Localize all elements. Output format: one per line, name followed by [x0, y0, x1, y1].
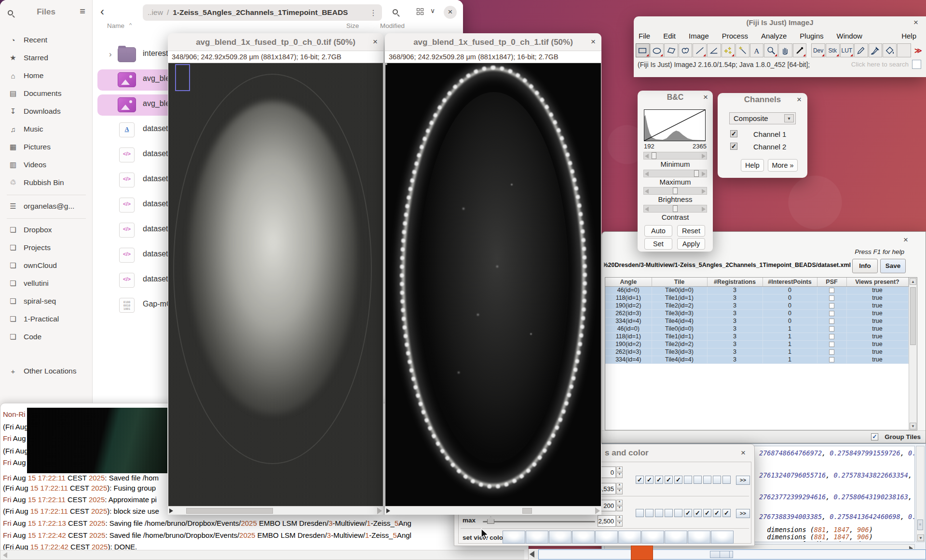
angle-tool[interactable] [707, 43, 721, 57]
info-button[interactable]: Info [852, 259, 878, 273]
spinner-value[interactable]: 2,500 [598, 515, 616, 527]
cell-psf[interactable] [817, 356, 846, 363]
table-row[interactable]: 334(id=4)Tile4(id=4)31true [605, 356, 908, 363]
cell-registrations[interactable]: 3 [707, 309, 763, 317]
cell-angle[interactable]: 46(id=0) [605, 286, 652, 294]
scrollbar-thumb[interactable] [522, 508, 532, 514]
min2-spinner[interactable]: 200 ▲▼ [599, 500, 623, 511]
cell-interestpoints[interactable]: 0 [763, 302, 817, 309]
cell-angle[interactable]: 334(id=4) [605, 317, 652, 325]
cell-interestpoints[interactable]: 1 [763, 340, 817, 348]
menu-plugins[interactable]: Plugins [800, 32, 823, 40]
brightness-slider[interactable] [643, 187, 707, 195]
sidebar-item-code[interactable]: ❏Code [4, 329, 89, 345]
cell-tile[interactable]: Tile0(id=0) [652, 286, 707, 294]
cell-registrations[interactable]: 3 [707, 340, 763, 348]
channel-checkbox-4[interactable] [665, 509, 673, 517]
view-color-button-3[interactable] [549, 531, 572, 544]
menu-window[interactable]: Window [837, 32, 862, 40]
channels-close-button[interactable]: × [797, 95, 802, 104]
expander-chevron-icon[interactable]: › [109, 50, 112, 59]
channel-checkbox-10[interactable]: ✓ [722, 509, 731, 517]
cell-psf[interactable] [817, 325, 846, 333]
apply-button[interactable]: Apply [677, 238, 705, 250]
channel-checkbox-9[interactable]: ✓ [713, 509, 721, 517]
table-row[interactable]: 262(id=3)Tile3(id=3)30true [605, 309, 908, 317]
breadcrumb[interactable]: ..iew / 1-Zeiss_5Angles_2Channels_1Timep… [143, 4, 382, 21]
psf-checkbox[interactable] [829, 303, 834, 308]
scroll-left-icon[interactable] [386, 508, 390, 513]
cell-angle[interactable]: 190(id=2) [605, 340, 652, 348]
scrollbar-thumb[interactable] [910, 287, 916, 345]
sidebar-item-other-locations[interactable]: + Other Locations [4, 363, 89, 379]
freehand-tool[interactable] [679, 43, 693, 57]
cell-tile[interactable]: Tile3(id=3) [652, 309, 707, 317]
cell-angle[interactable]: 190(id=2) [605, 302, 652, 309]
psf-checkbox[interactable] [829, 334, 834, 339]
table-row[interactable]: 118(id=1)Tile1(id=1)31true [605, 333, 908, 340]
spinner-arrows-icon[interactable]: ▲▼ [616, 483, 623, 494]
channel-checkbox-3[interactable]: ✓ [655, 476, 663, 484]
cell-registrations[interactable]: 3 [707, 317, 763, 325]
cell-registrations[interactable]: 3 [707, 333, 763, 340]
cell-tile[interactable]: Tile2(id=2) [652, 302, 707, 309]
sidebar-item-organelas-g-[interactable]: ☰organelas@g... [4, 198, 89, 214]
cell-views-present[interactable]: true [846, 317, 908, 325]
dropper-tool[interactable] [793, 43, 807, 57]
slider-thumb[interactable] [694, 170, 699, 177]
spinner-arrows-icon[interactable]: ▲▼ [616, 515, 623, 527]
sidebar-item-spiral-seq[interactable]: ❏spiral-seq [4, 293, 89, 309]
cell-interestpoints[interactable]: 1 [763, 325, 817, 333]
cell-views-present[interactable]: true [846, 356, 908, 363]
cell-tile[interactable]: Tile1(id=1) [652, 333, 707, 340]
polygon-tool[interactable] [664, 43, 678, 57]
psf-checkbox[interactable] [829, 349, 834, 355]
sidebar-item-starred[interactable]: ★Starred [4, 50, 89, 66]
cell-psf[interactable] [817, 294, 846, 302]
search-icon[interactable] [393, 9, 398, 14]
scroll-up-icon[interactable]: ▲ [910, 278, 916, 285]
console-vertical-scrollbar[interactable]: ≡ ▼ [916, 446, 925, 542]
cell-psf[interactable] [817, 317, 846, 325]
grid-view-icon[interactable] [417, 8, 424, 15]
lut-menu-tool[interactable]: LUT [840, 43, 854, 57]
more-button[interactable]: More » [768, 159, 798, 172]
cell-views-present[interactable]: true [846, 302, 908, 309]
viewer-close-button[interactable]: × [591, 38, 596, 46]
channel-checkbox-3[interactable] [655, 509, 663, 517]
sidebar-item-owncloud[interactable]: ❏ownCloud [4, 257, 89, 274]
cell-psf[interactable] [817, 286, 846, 294]
scroll-down-icon[interactable]: ▼ [917, 534, 924, 541]
cell-views-present[interactable]: true [846, 294, 908, 302]
cell-psf[interactable] [817, 302, 846, 309]
column-name[interactable]: Name [107, 22, 124, 29]
dev-menu-tool[interactable]: Dev [811, 43, 825, 57]
max-slider-thumb[interactable] [487, 517, 494, 524]
table-row[interactable]: 262(id=3)Tile3(id=3)31true [605, 348, 908, 356]
view-color-button-7[interactable] [641, 531, 664, 544]
contrast-slider[interactable] [643, 205, 707, 213]
cell-interestpoints[interactable]: 0 [763, 286, 817, 294]
psf-checkbox[interactable] [829, 357, 834, 362]
sidebar-item-home[interactable]: ⌂Home [4, 67, 89, 84]
slider-left-arrow-icon[interactable] [645, 207, 649, 212]
cell-angle[interactable]: 118(id=1) [605, 333, 652, 340]
cell-registrations[interactable]: 3 [707, 294, 763, 302]
cell-tile[interactable]: Tile3(id=3) [652, 348, 707, 356]
channel-checkbox-8[interactable] [703, 476, 711, 484]
cell-tile[interactable]: Tile1(id=1) [652, 294, 707, 302]
slider-right-arrow-icon[interactable] [702, 207, 706, 212]
slider-right-arrow-icon[interactable] [702, 154, 706, 159]
psf-checkbox[interactable] [829, 319, 834, 324]
sidebar-item-1-practical[interactable]: ❏1-Practical [4, 311, 89, 327]
cell-interestpoints[interactable]: 0 [763, 309, 817, 317]
psf-checkbox[interactable] [829, 295, 834, 301]
cell-registrations[interactable]: 3 [707, 302, 763, 309]
slider-thumb[interactable] [673, 187, 678, 194]
scroll-left-icon[interactable] [169, 508, 173, 513]
slider-left-arrow-icon[interactable] [645, 154, 649, 159]
spare-tool[interactable] [897, 43, 911, 57]
view-color-button-4[interactable] [572, 531, 595, 544]
sidebar-item-documents[interactable]: ▤Documents [4, 85, 89, 102]
log-horizontal-scrollbar[interactable] [0, 550, 524, 560]
